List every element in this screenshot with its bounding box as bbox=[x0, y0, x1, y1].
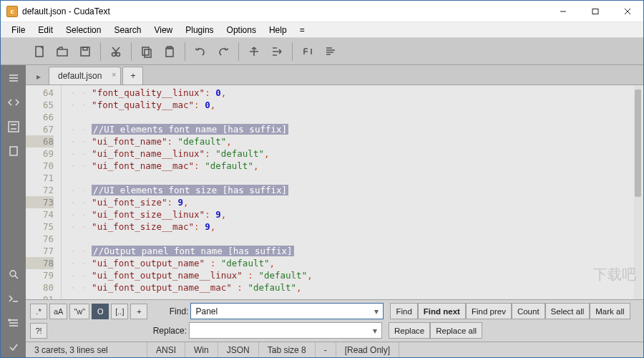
close-button[interactable] bbox=[611, 1, 643, 21]
line-number: 76 bbox=[26, 233, 54, 245]
svg-rect-10 bbox=[145, 49, 151, 57]
menu-help[interactable]: Help bbox=[263, 24, 293, 37]
status-lexer[interactable]: JSON bbox=[218, 342, 259, 357]
window-title: default.json - CudaText bbox=[22, 6, 110, 16]
line-number: 68 bbox=[26, 135, 54, 147]
minimize-button[interactable] bbox=[547, 1, 579, 21]
code-line[interactable]: · · "ui_font_output_name__linux" : "defa… bbox=[70, 269, 643, 281]
side-search-icon[interactable] bbox=[4, 264, 24, 284]
side-code-icon[interactable] bbox=[4, 92, 24, 112]
find-opt-5[interactable]: + bbox=[130, 304, 147, 319]
find-mark-all-button[interactable]: Mark all bbox=[590, 303, 630, 319]
menu-view[interactable]: View bbox=[147, 24, 179, 37]
find-opt-2[interactable]: "w" bbox=[69, 304, 89, 319]
line-number: 71 bbox=[26, 172, 54, 184]
menu-file[interactable]: File bbox=[5, 24, 31, 37]
status-sep[interactable]: - bbox=[316, 342, 336, 357]
code-line[interactable]: · · "ui_font_output_name__mac" : "defaul… bbox=[70, 281, 643, 294]
find-opt2-0[interactable]: ?! bbox=[30, 323, 47, 339]
code-line[interactable]: · · "ui_font_size__mac": 9, bbox=[70, 221, 643, 233]
code-line[interactable]: · · "ui_font_name__mac": "default", bbox=[70, 160, 643, 172]
unprintable-button[interactable] bbox=[296, 40, 319, 63]
editor[interactable]: 64656667686970717273747576777879808182 ·… bbox=[26, 85, 643, 299]
copy-button[interactable] bbox=[135, 40, 158, 63]
code-line[interactable]: · · //Output panel font name [has suffix… bbox=[70, 245, 643, 257]
status-mode[interactable]: [Read Only] bbox=[336, 342, 399, 357]
code-line[interactable]: · · "font_quality__linux": 0, bbox=[70, 87, 643, 99]
line-number: 75 bbox=[26, 221, 54, 233]
scrollbar-thumb[interactable] bbox=[635, 90, 641, 197]
side-file-icon[interactable] bbox=[4, 141, 24, 161]
redo-button[interactable] bbox=[212, 40, 235, 63]
code-line[interactable] bbox=[70, 172, 643, 184]
side-menu-icon[interactable] bbox=[4, 68, 24, 88]
find-select-all-button[interactable]: Select all bbox=[545, 303, 590, 319]
replace-button[interactable]: Replace bbox=[389, 322, 430, 339]
status-encoding[interactable]: ANSI bbox=[147, 342, 185, 357]
replace-input[interactable]: ▾ bbox=[189, 322, 382, 339]
maximize-button[interactable] bbox=[579, 1, 611, 21]
side-panel bbox=[1, 65, 26, 357]
titlebar: c default.json - CudaText bbox=[1, 1, 643, 22]
side-list-icon[interactable] bbox=[4, 313, 24, 333]
code-line[interactable] bbox=[70, 294, 643, 299]
code-line[interactable]: · · //UI elements font name [has suffix] bbox=[70, 123, 643, 135]
code-line[interactable]: · · "ui_font_name": "default", bbox=[70, 135, 643, 147]
code-line[interactable] bbox=[70, 111, 643, 123]
menu-options[interactable]: Options bbox=[220, 24, 263, 37]
find-replace-panel: .*aA"w"O[..]+Find:Panel▾FindFind nextFin… bbox=[26, 299, 643, 342]
undo-button[interactable] bbox=[189, 40, 212, 63]
dropdown-icon[interactable]: ▾ bbox=[373, 326, 377, 336]
code-line[interactable]: · · //UI elements font size [has suffix] bbox=[70, 184, 643, 196]
menubar: FileEditSelectionSearchViewPluginsOption… bbox=[1, 22, 643, 38]
find-opt-3[interactable]: O bbox=[92, 304, 109, 319]
svg-rect-5 bbox=[81, 47, 89, 56]
svg-rect-9 bbox=[142, 47, 149, 55]
code-line[interactable]: · · "font_quality__mac": 0, bbox=[70, 99, 643, 111]
menu-edit[interactable]: Edit bbox=[31, 24, 59, 37]
find-find-prev-button[interactable]: Find prev bbox=[466, 303, 512, 319]
svg-rect-1 bbox=[592, 9, 598, 14]
line-number: 66 bbox=[26, 111, 54, 123]
save-button[interactable] bbox=[74, 40, 97, 63]
vertical-scrollbar[interactable] bbox=[634, 85, 642, 299]
svg-rect-11 bbox=[166, 48, 173, 57]
code-line[interactable]: · · "ui_font_name__linux": "default", bbox=[70, 147, 643, 160]
indent-left-button[interactable] bbox=[243, 40, 265, 63]
side-terminal-icon[interactable] bbox=[4, 289, 24, 309]
tab-label: default.json bbox=[58, 71, 102, 81]
code-line[interactable]: · · "ui_font_size": 9, bbox=[70, 196, 643, 208]
menu-selection[interactable]: Selection bbox=[59, 24, 107, 37]
find-input[interactable]: Panel▾ bbox=[190, 303, 384, 319]
new-file-button[interactable] bbox=[28, 40, 51, 63]
code-area[interactable]: · · "font_quality__linux": 0,· · "font_q… bbox=[62, 85, 643, 299]
code-line[interactable] bbox=[70, 233, 643, 245]
new-tab-button[interactable]: + bbox=[122, 67, 143, 84]
status-tabsize[interactable]: Tab size 8 bbox=[259, 342, 316, 357]
cut-button[interactable] bbox=[104, 40, 127, 63]
tab-default-json[interactable]: default.json × bbox=[49, 67, 121, 84]
find-opt-1[interactable]: aA bbox=[49, 304, 67, 319]
find-opt-0[interactable]: .* bbox=[30, 304, 47, 319]
open-file-button[interactable] bbox=[51, 40, 74, 63]
menu-search[interactable]: Search bbox=[107, 24, 147, 37]
tab-close-icon[interactable]: × bbox=[112, 70, 116, 79]
dropdown-icon[interactable]: ▾ bbox=[374, 306, 379, 316]
find-find-button[interactable]: Find bbox=[390, 303, 417, 319]
find-count-button[interactable]: Count bbox=[512, 303, 545, 319]
replace-all-button[interactable]: Replace all bbox=[430, 322, 482, 339]
paste-button[interactable] bbox=[158, 40, 181, 63]
side-check-icon[interactable] bbox=[4, 337, 24, 357]
tab-nav-icon[interactable]: ▸ bbox=[31, 69, 46, 84]
find-opt-4[interactable]: [..] bbox=[111, 304, 128, 319]
menu-=[interactable]: = bbox=[293, 24, 311, 37]
find-find-next-button[interactable]: Find next bbox=[418, 303, 466, 319]
indent-right-button[interactable] bbox=[265, 40, 288, 63]
code-line[interactable]: · · "ui_font_size__linux": 9, bbox=[70, 208, 643, 221]
side-tree-icon[interactable] bbox=[4, 117, 24, 137]
menu-plugins[interactable]: Plugins bbox=[179, 24, 220, 37]
code-line[interactable]: · · "ui_font_output_name" : "default", bbox=[70, 257, 643, 269]
status-eol[interactable]: Win bbox=[185, 342, 218, 357]
status-selection[interactable]: 3 carets, 3 lines sel bbox=[26, 342, 147, 357]
minimap-button[interactable] bbox=[319, 40, 342, 63]
